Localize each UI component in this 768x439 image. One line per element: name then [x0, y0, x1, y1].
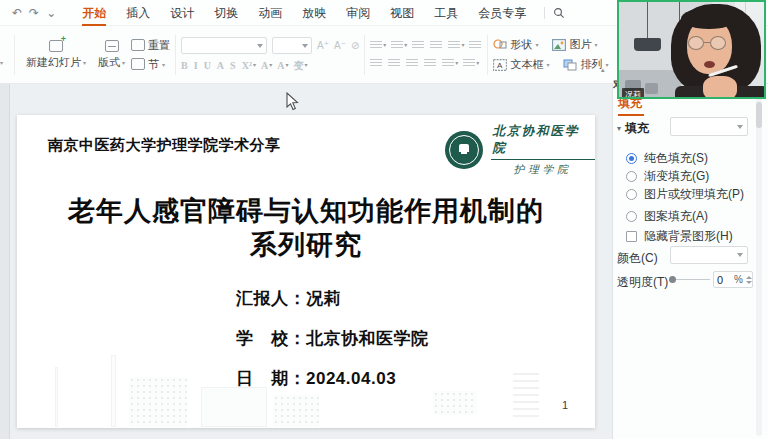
- tab-animation[interactable]: 动画: [248, 0, 292, 26]
- italic-button[interactable]: I: [194, 59, 199, 72]
- arrange-icon: [563, 59, 577, 71]
- color-select[interactable]: [670, 246, 748, 264]
- fill-option-solid[interactable]: 纯色填充(S): [626, 150, 708, 167]
- pendant-lamp: [634, 38, 661, 51]
- caret-icon: ▾: [0, 59, 3, 66]
- justify-button[interactable]: [424, 59, 437, 68]
- school-logo[interactable]: 北京协和医学院 护理学院: [445, 123, 595, 177]
- line-spacing-button[interactable]: ▾: [442, 57, 458, 70]
- highlight-button[interactable]: A▾: [277, 59, 288, 72]
- clear-format-button[interactable]: ⊘: [351, 39, 359, 52]
- watermark-shape: [513, 373, 539, 419]
- page-number: 1: [562, 399, 568, 411]
- logo-college-name: 护理学院: [514, 163, 572, 177]
- font-family-select[interactable]: [181, 37, 267, 54]
- person-mouth: [704, 61, 715, 68]
- bullets-button[interactable]: ▾: [370, 39, 386, 52]
- fill-section-header[interactable]: ▾ 填充: [617, 120, 649, 137]
- tab-design[interactable]: 设计: [160, 0, 204, 26]
- transparency-numbox: %: [713, 271, 753, 288]
- quick-access-more-icon[interactable]: ⌄: [46, 6, 56, 20]
- tab-view[interactable]: 视图: [380, 0, 424, 26]
- transparency-input[interactable]: [717, 274, 731, 286]
- transparency-slider-thumb[interactable]: [669, 276, 676, 283]
- watermark-shape: [273, 395, 319, 427]
- slide-title-text[interactable]: 老年人感官障碍与认知功能作用机制的 系列研究: [17, 195, 595, 263]
- tab-member[interactable]: 会员专享: [468, 0, 536, 26]
- checkbox-icon: [626, 231, 637, 242]
- bold-button[interactable]: B: [181, 59, 189, 72]
- tab-review[interactable]: 审阅: [336, 0, 380, 26]
- slide-subtitle-text[interactable]: 南京中医药大学护理学院学术分享: [48, 136, 281, 155]
- logo-school-name: 北京协和医学院: [491, 123, 595, 160]
- new-slide-button[interactable]: 新建幻灯片▾: [20, 30, 92, 80]
- transparency-slider-track[interactable]: [676, 279, 710, 280]
- sidebar-scrollbar[interactable]: [756, 86, 762, 436]
- columns-button[interactable]: ▾: [463, 57, 479, 70]
- tab-slideshow[interactable]: 放映: [292, 0, 336, 26]
- radio-icon: [626, 211, 637, 222]
- glasses-bridge: [704, 42, 710, 43]
- fill-option-picture[interactable]: 图片或纹理填充(P): [626, 186, 744, 203]
- scrollbar-thumb[interactable]: [756, 102, 762, 128]
- tab-home[interactable]: 开始: [72, 0, 116, 26]
- menu-divider: [544, 7, 545, 19]
- mouse-cursor-icon: [286, 92, 299, 111]
- redo-icon[interactable]: ↷: [29, 6, 39, 20]
- underline-button[interactable]: U: [204, 59, 212, 72]
- webcam-video-overlay[interactable]: 况莉: [617, 0, 766, 99]
- layout-icon: [105, 40, 119, 52]
- object-properties-pane: 填充 ▾ 填充 纯色填充(S) 渐变填充(G) 图片或纹理填充(P) 图案填充(…: [612, 84, 768, 439]
- participant-name-tag: 况莉: [622, 88, 644, 99]
- caret-icon: ▾: [83, 59, 86, 66]
- strikethrough-button[interactable]: S: [230, 59, 237, 72]
- align-center-button[interactable]: [388, 59, 401, 68]
- svg-text:A: A: [497, 61, 503, 70]
- slide-page[interactable]: 南京中医药大学护理学院学术分享 北京协和医学院 护理学院 老年人感官障碍与认知功…: [17, 115, 595, 428]
- fill-option-pattern[interactable]: 图案填充(A): [626, 208, 708, 225]
- indent-increase-button[interactable]: [430, 41, 443, 50]
- hide-background-checkbox[interactable]: 隐藏背景图形(H): [626, 228, 733, 245]
- tab-tools[interactable]: 工具: [424, 0, 468, 26]
- font-size-select[interactable]: [272, 37, 312, 54]
- slide-panel-strip[interactable]: [0, 84, 10, 439]
- layout-button[interactable]: 版式▾: [92, 30, 131, 80]
- align-left-button[interactable]: [370, 59, 383, 68]
- transparency-unit: %: [734, 274, 743, 285]
- radio-icon: [626, 189, 637, 200]
- search-icon[interactable]: [553, 7, 565, 19]
- undo-icon[interactable]: ↶: [12, 6, 22, 20]
- align-right-button[interactable]: [406, 59, 419, 68]
- school-seal-icon: [445, 131, 483, 169]
- paragraph-group: ▾▾▾ ▾▾: [370, 39, 482, 70]
- tab-transition[interactable]: 切换: [204, 0, 248, 26]
- watermark-shape: [201, 387, 267, 427]
- indent-decrease-button[interactable]: [412, 41, 425, 50]
- spinner-icon[interactable]: [746, 276, 752, 284]
- section-button[interactable]: 节 ▾: [131, 57, 170, 72]
- wps-presentation-window: ↶ ↷ ⌄ 开始插入设计切换动画放映审阅视图工具会员专享 粘贴▾ 新建幻灯片▾ …: [0, 0, 768, 439]
- fill-option-gradient[interactable]: 渐变填充(G): [626, 168, 709, 185]
- font-color-button[interactable]: A▾: [261, 59, 272, 72]
- text-direction-button[interactable]: ▾: [448, 39, 464, 52]
- text-effect-button[interactable]: 变▾: [293, 59, 307, 72]
- shrink-font-button[interactable]: A⁻: [334, 39, 346, 52]
- ribbon-collapse-icon[interactable]: ▴: [601, 66, 605, 74]
- shapes-button[interactable]: 形状▾: [493, 37, 538, 52]
- paste-button[interactable]: 粘贴▾: [0, 30, 9, 80]
- distribute-button[interactable]: [469, 41, 482, 50]
- textbox-button[interactable]: A 文本框▾: [493, 57, 549, 72]
- editing-canvas[interactable]: 南京中医药大学护理学院学术分享 北京协和医学院 护理学院 老年人感官障碍与认知功…: [0, 84, 612, 439]
- tab-insert[interactable]: 插入: [116, 0, 160, 26]
- numbering-button[interactable]: ▾: [391, 39, 407, 52]
- caret-icon: ▾: [162, 61, 165, 68]
- reset-button[interactable]: 重置: [131, 38, 170, 53]
- watermark-shape: [55, 367, 58, 427]
- picture-icon: [552, 39, 566, 51]
- superscript-button[interactable]: X²▾: [242, 59, 256, 72]
- person-hand: [703, 76, 737, 99]
- picture-button[interactable]: 图片▾: [552, 37, 597, 52]
- fill-type-select[interactable]: [670, 117, 748, 136]
- char-border-button[interactable]: A: [217, 59, 225, 72]
- grow-font-button[interactable]: A⁺: [317, 39, 329, 52]
